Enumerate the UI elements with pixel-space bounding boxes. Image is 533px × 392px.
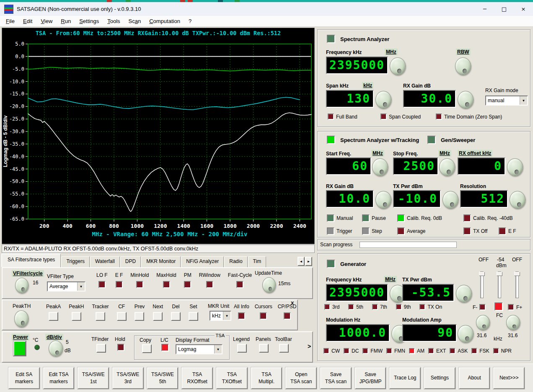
- tab-mkr-monitor[interactable]: MKR Monitor: [141, 256, 181, 267]
- checkbox-lo-f[interactable]: LO F: [96, 272, 108, 288]
- copy-button[interactable]: [142, 344, 152, 353]
- checkbox-3rd[interactable]: 3rd: [324, 304, 339, 310]
- f-minus-knob[interactable]: [476, 315, 490, 330]
- f-plus-knob[interactable]: [506, 315, 520, 330]
- tfinder-button[interactable]: [96, 344, 106, 353]
- start-freq-knob[interactable]: [372, 158, 388, 176]
- meter-slider-right[interactable]: [514, 271, 521, 298]
- more-panels-button[interactable]: >: [308, 343, 311, 350]
- checkbox-npr-box[interactable]: [493, 348, 499, 354]
- chevron-down-icon[interactable]: ▼: [77, 282, 85, 291]
- rx-offset-knob[interactable]: [507, 158, 523, 176]
- tab-radio[interactable]: Radio: [224, 256, 247, 267]
- checkbox-npr[interactable]: NPR: [493, 348, 512, 354]
- button-open-tsa-scan[interactable]: OpenTSA scan: [285, 367, 317, 389]
- checkbox-pause[interactable]: Pause: [362, 214, 386, 222]
- stop-freq-unit-toggle[interactable]: MHz: [438, 150, 451, 157]
- sa-frequency-knob[interactable]: [390, 57, 406, 75]
- checkbox-f[interactable]: F-: [473, 304, 486, 310]
- checkbox-fmw-box[interactable]: [362, 348, 368, 354]
- button-tsa-rxoffset[interactable]: TSARXOffset: [181, 367, 213, 389]
- tsa-rx-gain-knob[interactable]: [375, 191, 391, 209]
- chevron-down-icon[interactable]: ▼: [520, 96, 527, 105]
- checkbox-fast-cycle[interactable]: Fast-Cycle: [228, 272, 252, 288]
- checkbox-span-coupled[interactable]: Span Coupled: [380, 113, 421, 120]
- checkbox-cp-psd[interactable]: CP/PSD: [278, 304, 297, 320]
- tab-tim[interactable]: Tim: [248, 256, 266, 267]
- dbdiv-knob[interactable]: [49, 340, 63, 356]
- menu-scan[interactable]: Scan: [124, 16, 145, 26]
- checkbox-maxhold-box[interactable]: [163, 281, 170, 288]
- checkbox-e-f-box[interactable]: [116, 281, 123, 288]
- checkbox-minhold-box[interactable]: [136, 281, 143, 288]
- chevron-down-icon[interactable]: ▼: [223, 312, 230, 320]
- button-tsa-swe-3rd[interactable]: TSA/SWE3rd: [112, 367, 144, 389]
- button-save-tsa-scan[interactable]: SaveTSA scan: [320, 367, 352, 389]
- checkbox-fast-cycle-box[interactable]: [236, 281, 243, 288]
- button-save-jpg-bmp[interactable]: SaveJPG/BMP: [355, 367, 386, 389]
- sa-rbw-knob[interactable]: [455, 57, 471, 75]
- vfilter-cycle-knob[interactable]: [15, 278, 28, 293]
- checkbox-trigger[interactable]: Trigger: [327, 227, 352, 235]
- update-time-knob[interactable]: [262, 277, 276, 293]
- tsa-tx-pwr-knob[interactable]: [442, 191, 458, 209]
- checkbox-9th-box[interactable]: [396, 304, 402, 310]
- checkbox-ext[interactable]: EXT: [428, 348, 446, 354]
- button-tracker[interactable]: [96, 312, 105, 321]
- button-tsa-swe-1st[interactable]: TSA/SWE1st: [78, 367, 109, 389]
- menu-tools[interactable]: Tools: [103, 16, 124, 26]
- checkbox-manual[interactable]: Manual: [327, 214, 353, 222]
- checkbox-3rd-box[interactable]: [324, 304, 330, 310]
- checkbox-ask-box[interactable]: [450, 348, 455, 354]
- checkbox-fmw[interactable]: FMW: [362, 348, 383, 354]
- checkbox-7th-box[interactable]: [372, 304, 378, 310]
- mkr-unit-select[interactable]: kHz ▼: [210, 311, 231, 321]
- checkbox-lc-box[interactable]: [161, 344, 169, 351]
- checkbox-cursors-box[interactable]: [260, 312, 267, 320]
- checkbox-fsk[interactable]: FSK: [471, 348, 489, 354]
- checkbox-fmn-box[interactable]: [386, 348, 392, 354]
- gen-sweeper-checkbox[interactable]: [427, 136, 436, 144]
- checkbox-hold-box[interactable]: [117, 344, 124, 351]
- start-freq-unit-toggle[interactable]: MHz: [371, 150, 384, 157]
- tab-waterfall[interactable]: Waterfall: [90, 256, 120, 267]
- menu-run[interactable]: Run: [57, 16, 75, 26]
- checkbox-ask[interactable]: ASK: [450, 348, 468, 354]
- checkbox-time-domain-zero-span-box[interactable]: [436, 113, 442, 120]
- legend-button[interactable]: [237, 344, 247, 353]
- checkbox-e-f[interactable]: E F: [115, 272, 123, 288]
- checkbox-e-f[interactable]: E F: [499, 227, 516, 235]
- maximize-icon[interactable]: □: [494, 2, 514, 16]
- checkbox-tx-on-box[interactable]: [419, 304, 425, 310]
- checkbox-5th-box[interactable]: [348, 304, 354, 310]
- checkbox-step-box[interactable]: [362, 227, 370, 235]
- checkbox-rwindow[interactable]: RWindow: [199, 272, 220, 288]
- button-next[interactable]: Next>>>: [493, 367, 525, 389]
- menu-computation[interactable]: Computation: [145, 16, 184, 26]
- button-tsa-multipl[interactable]: TSAMultipl.: [251, 367, 282, 389]
- tab-dpd[interactable]: DPD: [120, 256, 141, 267]
- sa-rx-gain-knob[interactable]: [458, 91, 473, 108]
- close-icon[interactable]: ×: [514, 2, 533, 16]
- button-del[interactable]: [171, 312, 181, 321]
- checkbox-cw-box[interactable]: [323, 348, 329, 354]
- checkbox-maxhold[interactable]: MaxHold: [156, 272, 176, 288]
- checkbox-fsk-box[interactable]: [471, 348, 477, 354]
- checkbox-7th[interactable]: 7th: [372, 304, 387, 310]
- checkbox-pm-box[interactable]: [184, 281, 191, 288]
- meter-slider-center[interactable]: [496, 271, 503, 298]
- rx-offset-label[interactable]: RX offset kHz: [458, 150, 492, 157]
- button-tsa-txoffset[interactable]: TSATXOffset: [216, 367, 248, 389]
- button-peakh[interactable]: [72, 312, 81, 321]
- checkbox-trigger-box[interactable]: [327, 227, 334, 235]
- vfilter-type-select[interactable]: Average ▼: [47, 281, 85, 291]
- checkbox-rwindow-box[interactable]: [206, 281, 213, 288]
- menu-file[interactable]: File: [2, 16, 19, 26]
- checkbox-am-box[interactable]: [409, 348, 415, 354]
- chevron-down-icon[interactable]: ▼: [214, 345, 222, 353]
- spectrum-analyzer-enable-checkbox[interactable]: [327, 35, 335, 43]
- checkbox-cursors[interactable]: Cursors: [255, 304, 272, 320]
- checkbox-all-info-box[interactable]: [238, 312, 245, 320]
- button-trace-log[interactable]: Trace Log: [389, 367, 421, 389]
- power-button[interactable]: [13, 341, 26, 356]
